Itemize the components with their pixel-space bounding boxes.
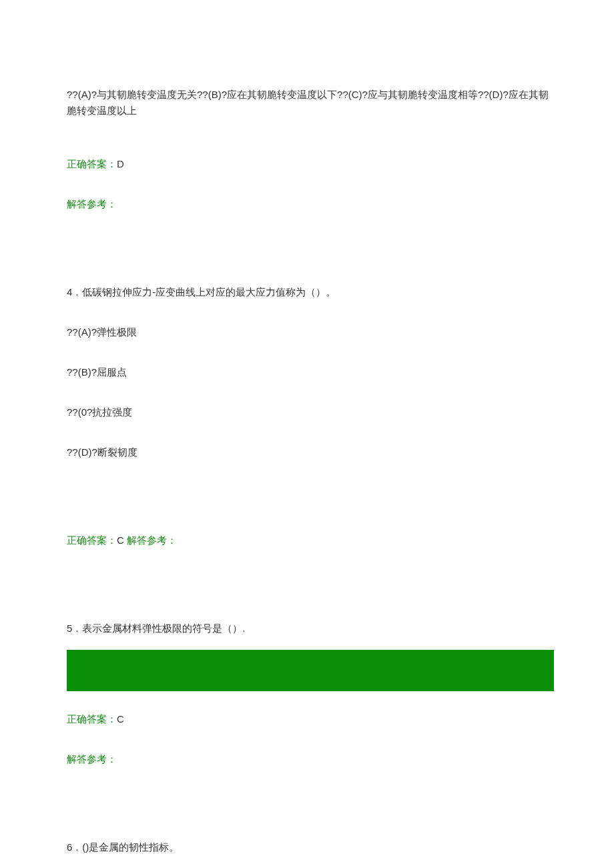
q4-option-d: ??(D)?断裂韧度 bbox=[67, 444, 554, 460]
q4-option-a: ??(A)?弹性极限 bbox=[67, 324, 554, 340]
q5-green-bar bbox=[67, 650, 554, 691]
q6-stem: 6．()是金属的韧性指标。 bbox=[67, 839, 554, 855]
q4-answer-line: 正确答案：C 解答参考： bbox=[67, 532, 554, 548]
q3-ref-label: 解答参考： bbox=[67, 196, 554, 212]
q4-ref-label: 解答参考： bbox=[124, 534, 177, 546]
q5-answer-line: 正确答案：C bbox=[67, 711, 554, 727]
question-3-options: ??(A)?与其韧脆转变温度无关??(B)?应在其韧脆转变温度以下??(C)?应… bbox=[67, 87, 554, 119]
q3-answer-label: 正确答案： bbox=[67, 158, 117, 169]
q3-answer-value: D bbox=[117, 158, 124, 169]
q4-stem: 4．低碳钢拉伸应力-应变曲线上对应的最大应力值称为（）。 bbox=[67, 284, 554, 300]
q3-answer-line: 正确答案：D bbox=[67, 156, 554, 172]
q3-options-text: ??(A)?与其韧脆转变温度无关??(B)?应在其韧脆转变温度以下??(C)?应… bbox=[67, 87, 554, 119]
q5-answer-value: C bbox=[117, 713, 124, 725]
q5-answer-label: 正确答案： bbox=[67, 713, 117, 725]
q5-stem: 5．表示金属材料弹性极限的符号是（）. bbox=[67, 620, 554, 636]
q5-ref-label: 解答参考： bbox=[67, 751, 554, 767]
q4-option-c: ??(0?抗拉强度 bbox=[67, 404, 554, 420]
q4-answer-label: 正确答案： bbox=[67, 534, 117, 546]
q4-option-b: ??(B)?屈服点 bbox=[67, 364, 554, 380]
q4-answer-value: C bbox=[117, 534, 124, 546]
